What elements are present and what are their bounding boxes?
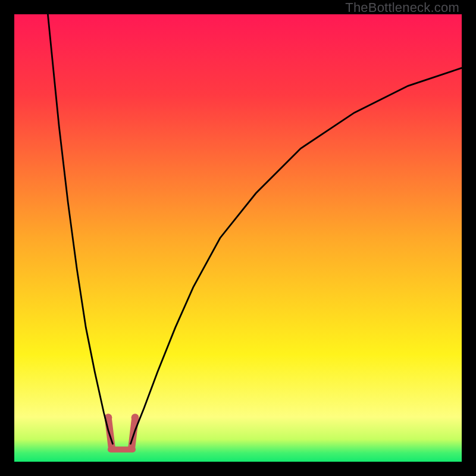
watermark-text: TheBottleneck.com (345, 0, 459, 15)
plot-area (14, 14, 462, 462)
chart-frame: TheBottleneck.com (0, 0, 476, 476)
bottleneck-curve (14, 14, 462, 462)
svg-point-5 (131, 414, 139, 421)
minima-markers (104, 414, 139, 449)
curve-left-branch (48, 14, 112, 444)
curve-right-branch (131, 68, 462, 444)
